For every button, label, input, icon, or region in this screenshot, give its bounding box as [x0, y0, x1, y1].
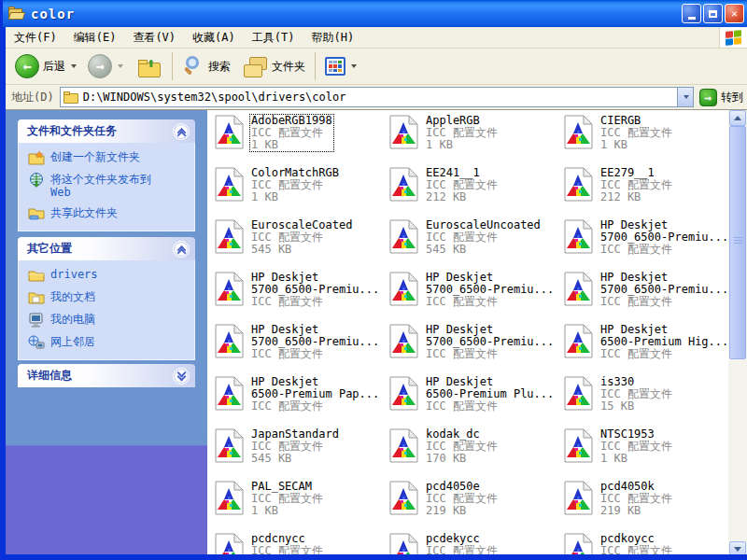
file-item[interactable]: CIERGBICC 配置文件1 KB [564, 114, 726, 166]
scroll-up-button[interactable] [729, 110, 746, 126]
file-item[interactable]: pcdcnyccICC 配置文件 [215, 532, 389, 557]
menu-bar: 文件(F)编辑(E)查看(V)收藏(A)工具(T)帮助(H) [6, 27, 747, 49]
icc-profile-icon [389, 428, 418, 463]
file-item[interactable]: EuroscaleCoatedICC 配置文件545 KB [215, 218, 389, 271]
collapse-chevron-button[interactable] [173, 123, 190, 140]
menu-item-4[interactable]: 工具(T) [244, 27, 303, 49]
file-text: EuroscaleUncoatedICC 配置文件545 KB [424, 218, 543, 257]
file-item[interactable]: AdobeRGB1998ICC 配置文件1 KB [215, 114, 389, 166]
file-size: 212 KB [600, 191, 672, 203]
panel-header-0[interactable]: 文件和文件夹任务 [18, 119, 195, 143]
back-dropdown-icon [71, 64, 77, 68]
file-size: 545 KB [251, 244, 352, 256]
sidebar-item-1-1[interactable]: 我的文档 [28, 290, 189, 305]
file-item[interactable]: HP Deskjet6500-Premium Plu...ICC 配置文件 [389, 375, 564, 427]
icc-profile-icon [215, 376, 244, 411]
file-item[interactable]: pcd4050kICC 配置文件219 KB [564, 480, 726, 532]
file-item[interactable]: pcdkoyccICC 配置文件 [564, 532, 726, 557]
file-text: HP Deskjet6500-Premium Plu...ICC 配置文件 [424, 375, 556, 413]
up-button[interactable]: ⬆ [134, 52, 166, 80]
file-item[interactable]: HP Deskjet6500-Premium Hig...ICC 配置文件 [564, 323, 726, 375]
file-item[interactable]: kodak_dcICC 配置文件170 KB [389, 427, 564, 480]
icc-profile-icon [389, 219, 418, 254]
file-item[interactable]: HP Deskjet5700_6500-Premiu...ICC 配置文件 [215, 323, 389, 375]
sidebar-item-0-0[interactable]: 创建一个新文件夹 [28, 150, 189, 165]
file-size: 1 KB [426, 139, 498, 151]
icc-profile-icon [389, 481, 418, 515]
sidebar-item-1-3[interactable]: 网上邻居 [28, 335, 189, 350]
file-item[interactable]: AppleRGBICC 配置文件1 KB [389, 114, 564, 166]
close-button[interactable]: ✕ [725, 4, 744, 23]
file-text: pcd4050eICC 配置文件219 KB [424, 480, 500, 518]
file-item[interactable]: EE241__1ICC 配置文件212 KB [389, 166, 564, 218]
icc-profile-icon [215, 428, 244, 463]
menu-item-1[interactable]: 编辑(E) [65, 27, 125, 49]
file-item[interactable]: HP Deskjet5700_6500-Premiu...ICC 配置文件 [389, 271, 564, 323]
minimize-button[interactable] [682, 4, 701, 23]
file-text: AdobeRGB1998ICC 配置文件1 KB [249, 114, 334, 152]
file-item[interactable]: ColorMatchRGBICC 配置文件1 KB [215, 166, 389, 218]
menu-item-0[interactable]: 文件(F) [6, 27, 65, 49]
folder-icon [8, 7, 25, 21]
sidebar-item-1-2[interactable]: 我的电脑 [28, 313, 189, 328]
icc-profile-icon [389, 115, 418, 149]
views-icon [325, 57, 345, 76]
file-item[interactable]: EE279__1ICC 配置文件212 KB [564, 166, 726, 218]
maximize-button[interactable] [703, 4, 723, 23]
file-item[interactable]: pcdekyccICC 配置文件 [389, 532, 564, 557]
sidebar-item-0-2[interactable]: 共享此文件夹 [28, 206, 189, 221]
expand-chevron-button[interactable] [173, 368, 190, 385]
file-item[interactable]: pcd4050eICC 配置文件219 KB [389, 480, 564, 532]
address-bar: 地址(D) D:\WINDOWS\system32\spool\drivers\… [6, 85, 747, 110]
sidebar-item-label: 共享此文件夹 [50, 206, 118, 221]
file-item[interactable]: NTSC1953ICC 配置文件1 KB [564, 427, 726, 480]
window-title: color [31, 7, 75, 21]
search-button[interactable]: 搜索 [178, 52, 234, 80]
file-text: ColorMatchRGBICC 配置文件1 KB [249, 166, 341, 204]
icc-profile-icon [564, 324, 593, 358]
menu-item-2[interactable]: 查看(V) [124, 27, 184, 49]
sidebar-item-0-1[interactable]: 将这个文件夹发布到Web [28, 173, 189, 199]
views-button[interactable] [321, 54, 360, 78]
collapse-chevron-button[interactable] [173, 241, 190, 258]
file-item[interactable]: HP Deskjet5700_6500-Premiu...ICC 配置文件 [215, 271, 389, 323]
vertical-scrollbar[interactable] [728, 110, 747, 557]
file-text: HP Deskjet5700_6500-Premiu...ICC 配置文件 [249, 323, 381, 361]
file-size: 219 KB [600, 505, 672, 517]
menu-item-5[interactable]: 帮助(H) [303, 27, 362, 49]
address-dropdown-button[interactable] [677, 88, 693, 106]
windows-flag-icon [726, 30, 741, 46]
scrollbar-thumb[interactable] [729, 126, 746, 359]
folders-button[interactable]: 文件夹 [240, 52, 309, 80]
sidebar-item-1-0[interactable]: drivers [28, 268, 189, 283]
back-button[interactable]: ← 后退 [11, 51, 80, 81]
file-item[interactable]: HP Deskjet5700_6500-Premiu...ICC 配置文件 [564, 218, 726, 271]
file-item[interactable]: HP Deskjet5700_6500-Premiu...ICC 配置文件 [564, 271, 726, 323]
file-item[interactable]: JapanStandardICC 配置文件545 KB [215, 427, 389, 480]
go-icon: → [699, 89, 717, 106]
file-item[interactable]: EuroscaleUncoatedICC 配置文件545 KB [389, 218, 564, 271]
forward-button[interactable]: → [84, 51, 127, 81]
menu-item-3[interactable]: 收藏(A) [184, 27, 244, 49]
icc-profile-icon [564, 219, 593, 254]
my-computer-icon [28, 313, 45, 328]
network-icon [28, 335, 45, 350]
file-item[interactable]: HP Deskjet6500-Premium Pap...ICC 配置文件 [215, 375, 389, 427]
panel-header-1[interactable]: 其它位置 [18, 237, 195, 260]
icc-profile-icon [215, 481, 244, 515]
file-item[interactable]: is330ICC 配置文件15 KB [564, 375, 726, 427]
file-item[interactable]: HP Deskjet5700_6500-Premiu...ICC 配置文件 [389, 323, 564, 375]
my-documents-icon [28, 290, 45, 305]
go-button[interactable]: → 转到 [699, 89, 743, 106]
maximize-icon [709, 10, 717, 18]
toolbar-separator [315, 52, 316, 80]
icc-profile-icon [215, 115, 244, 149]
address-input[interactable]: D:\WINDOWS\system32\spool\drivers\color [60, 87, 694, 107]
title-bar[interactable]: color ✕ [3, 0, 747, 27]
address-path: D:\WINDOWS\system32\spool\drivers\color [83, 91, 346, 104]
panel-header-2[interactable]: 详细信息 [18, 364, 195, 387]
file-item[interactable]: PAL_SECAMICC 配置文件1 KB [215, 480, 389, 532]
toolbar-separator [172, 52, 173, 80]
file-type: ICC 配置文件 [251, 296, 379, 308]
folder-icon [63, 91, 78, 104]
